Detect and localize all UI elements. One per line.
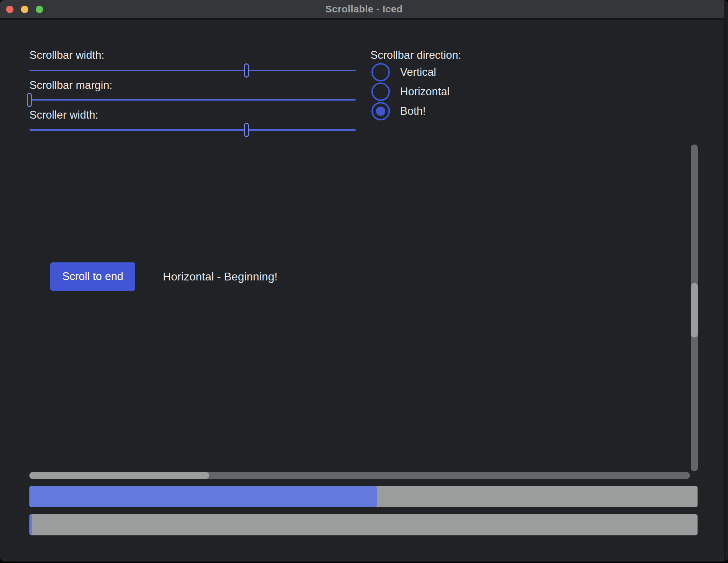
scrollbar-width-slider[interactable] [29, 63, 356, 78]
scrollbar-direction-label: Scrollbar direction: [370, 48, 461, 62]
slider-rail[interactable] [29, 129, 356, 131]
radio-label[interactable]: Both! [400, 104, 426, 118]
scroll-status-text: Horizontal - Beginning! [163, 269, 278, 284]
titlebar: Scrollable - Iced [0, 0, 728, 19]
scroller-width-label: Scroller width: [29, 108, 98, 122]
slider-rail[interactable] [29, 99, 356, 101]
slider-rail[interactable] [29, 70, 356, 71]
scrollbar-margin-slider[interactable] [29, 93, 356, 107]
slider-thumb[interactable] [27, 93, 32, 107]
radio-circle[interactable] [371, 102, 390, 120]
horizontal-progress-bar [29, 514, 698, 535]
close-button[interactable] [6, 6, 13, 13]
traffic-lights [0, 0, 43, 18]
window-title: Scrollable - Iced [0, 4, 728, 15]
window-right-edge [724, 0, 728, 562]
app-window: Scrollable - Iced Scrollbar width: Scrol… [0, 0, 728, 562]
scrollbar-margin-label: Scrollbar margin: [29, 78, 112, 92]
slider-thumb[interactable] [244, 63, 249, 78]
zoom-button[interactable] [36, 6, 43, 13]
scrollbar-width-label: Scrollbar width: [29, 48, 104, 62]
radio-label[interactable]: Horizontal [400, 85, 450, 99]
vertical-progress-bar [29, 486, 698, 507]
progress-fill [29, 514, 32, 535]
vertical-scrollbar[interactable] [691, 144, 698, 471]
horizontal-scrollbar[interactable] [29, 472, 690, 479]
scroll-to-end-button[interactable]: Scroll to end [50, 262, 135, 291]
scroller-width-slider[interactable] [29, 123, 356, 137]
radio-dot [376, 107, 385, 116]
horizontal-scroller[interactable] [29, 472, 209, 479]
slider-thumb[interactable] [244, 123, 249, 137]
radio-label[interactable]: Vertical [400, 65, 436, 79]
radio-circle[interactable] [371, 83, 390, 101]
progress-fill [29, 486, 377, 507]
vertical-scroller[interactable] [691, 283, 698, 337]
radio-circle[interactable] [371, 63, 390, 81]
minimize-button[interactable] [21, 6, 28, 13]
